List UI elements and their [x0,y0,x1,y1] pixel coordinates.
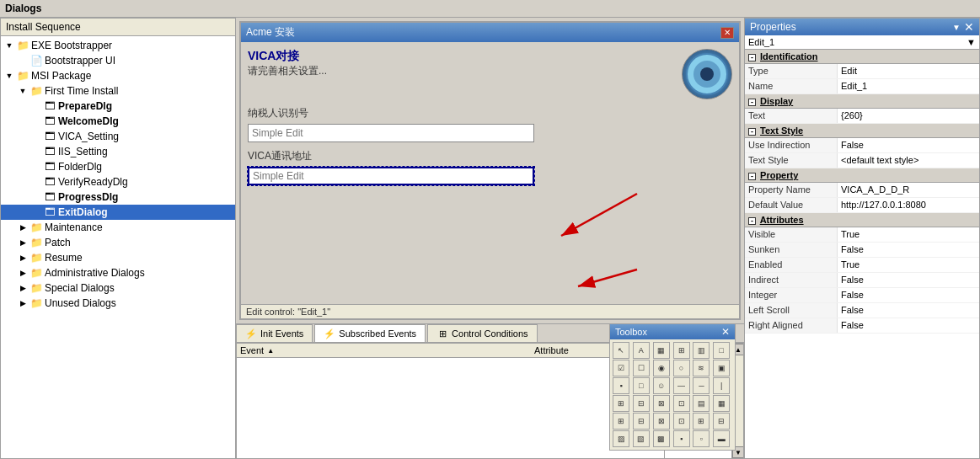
tool-grid3[interactable]: ▥ [693,342,710,359]
simple-input-2[interactable] [248,167,534,185]
section-text-style[interactable]: - Text Style [745,124,979,138]
tree-item-maintenance[interactable]: ▶ 📁 Maintenance [1,220,235,235]
tool-open-rect[interactable]: □ [633,377,650,394]
prop-value: True [838,227,979,242]
tool-small-rect2[interactable]: ▫ [693,430,710,447]
tree-label: EXE Bootstrapper [31,40,112,51]
tool-smiley[interactable]: ☺ [653,377,670,394]
properties-dropdown-value: Edit_1 [748,37,774,47]
tree-label: Administrative Dialogs [45,267,145,279]
tool-hline2[interactable]: ─ [693,377,710,394]
prop-row-text: Text {260} [745,109,979,124]
expand-icon: ▶ [18,283,28,293]
dialog-icon: 🗔 [43,115,56,128]
tree-label: ProgressDlg [58,191,118,203]
tool-image[interactable]: ▣ [713,360,730,376]
tree-item-progressdlg[interactable]: 🗔 ProgressDlg [1,189,235,205]
tree-item-exe-bootstrapper[interactable]: ▼ 📁 EXE Bootstrapper [1,38,235,53]
tool-pointer[interactable]: ↖ [613,342,629,359]
tool-checkbox[interactable]: ☐ [633,360,650,376]
tool-box1[interactable]: ⊞ [613,413,629,430]
prop-name: Indirect [745,273,838,287]
properties-title: Properties [750,21,796,33]
tool-vline[interactable]: | [713,377,730,394]
expand-icon: ▼ [4,40,14,51]
tool-box6[interactable]: ⊟ [713,413,730,430]
dialog-close-button[interactable]: ✕ [720,27,734,39]
tab-label: Control Conditions [452,328,528,339]
prop-name: Sunken [745,243,838,257]
tool-box3[interactable]: ⊠ [653,413,670,430]
tool-rect[interactable]: □ [713,342,730,359]
tab-control-conditions[interactable]: ⊞ Control Conditions [427,324,538,342]
properties-dropdown[interactable]: Edit_1 ▼ [745,35,979,50]
tree-item-iis-setting[interactable]: 🗔 IIS_Setting [1,144,235,159]
tool-grid5[interactable]: ▦ [713,395,730,412]
simple-input-1[interactable] [248,124,534,142]
expand-icon: ▶ [18,298,28,308]
tree-item-exitdialog[interactable]: 🗔 ExitDialog [1,205,235,220]
tree-item-first-time-install[interactable]: ▼ 📁 First Time Install [1,83,235,99]
subscribed-events-icon: ⚡ [324,328,335,339]
prop-name: Enabled [745,258,838,272]
folder-icon: 📁 [29,221,43,234]
tool-radio-empty[interactable]: ○ [673,360,690,376]
tree-item-resume[interactable]: ▶ 📁 Resume [1,250,235,265]
properties-close-button[interactable]: ✕ [964,21,974,33]
tool-diag-hatch[interactable]: ▧ [633,430,650,447]
tree-item-admin-dialogs[interactable]: ▶ 📁 Administrative Dialogs [1,265,235,280]
tool-grid2[interactable]: ⊞ [673,342,690,359]
tool-radio[interactable]: ◉ [653,360,670,376]
tab-subscribed-events[interactable]: ⚡ Subscribed Events [314,324,426,342]
tree-item-msi-package[interactable]: ▼ 📁 MSI Package [1,68,235,83]
prop-row-enabled: Enabled True [745,258,979,273]
tool-grid1[interactable]: ▦ [653,342,670,359]
section-identification[interactable]: - Identification [745,50,979,64]
prop-row-type: Type Edit [745,64,979,79]
tree-item-welcomedlg[interactable]: 🗔 WelcomeDlg [1,114,235,129]
dialog-icon: 🗔 [43,205,56,219]
toolbox-close-button[interactable]: ✕ [721,326,730,338]
tree-item-unused-dialogs[interactable]: ▶ 📁 Unused Dialogs [1,296,235,311]
tool-box4[interactable]: ⊡ [673,413,690,430]
tool-dot-box[interactable]: ⊡ [673,395,690,412]
section-label: Text Style [760,125,803,136]
init-events-icon: ⚡ [245,328,257,339]
tree-item-verifyreadydlg[interactable]: 🗔 VerifyReadyDlg [1,174,235,189]
toolbox-panel: Toolbox ✕ ↖ A ▦ ⊞ ▥ □ ☑ ☐ ◉ ○ ≋ ▣ ▪ □ ☺ … [609,323,736,451]
prop-value: Edit [838,64,979,78]
tool-small-rect[interactable]: ▪ [613,377,629,394]
tab-init-events[interactable]: ⚡ Init Events [236,324,313,342]
tree-item-bootstrapper-ui[interactable]: 📄 Bootstrapper UI [1,53,235,68]
tool-lines[interactable]: ≋ [693,360,710,376]
prop-value: False [838,273,979,287]
events-table-body [237,358,664,458]
expand-icon: ▼ [18,86,28,96]
tool-plus-box[interactable]: ⊞ [613,395,629,412]
tool-checkbox-checked[interactable]: ☑ [613,360,629,376]
section-attributes[interactable]: - Attributes [745,213,979,227]
tool-hline[interactable]: — [673,377,690,394]
tree-item-special-dialogs[interactable]: ▶ 📁 Special Dialogs [1,280,235,296]
events-table: Event ▲ Attribute [237,344,664,458]
folder-icon: 📁 [29,281,43,295]
tool-bar-chart[interactable]: ▨ [613,430,629,447]
dialog-icon: 🗔 [43,160,56,173]
tool-rect3[interactable]: ▬ [713,430,730,447]
tool-grid4[interactable]: ▤ [693,395,710,412]
tree-item-preparedlg[interactable]: 🗔 PrepareDlg [1,99,235,114]
prop-row-left-scroll: Left Scroll False [745,303,979,318]
tool-cross-hatch[interactable]: ▩ [653,430,670,447]
tool-box2[interactable]: ⊟ [633,413,650,430]
tool-x-box[interactable]: ⊠ [653,395,670,412]
right-panel: Properties ▼ ✕ Edit_1 ▼ - Identification… [744,18,980,459]
tool-text[interactable]: A [633,342,650,359]
tree-item-folderdlg[interactable]: 🗔 FolderDlg [1,159,235,174]
section-property[interactable]: - Property [745,168,979,183]
tool-box5[interactable]: ⊞ [693,413,710,430]
tree-item-patch[interactable]: ▶ 📁 Patch [1,235,235,250]
tree-item-vica-setting[interactable]: 🗔 VICA_Setting [1,129,235,144]
tool-minus-box[interactable]: ⊟ [633,395,650,412]
tool-small-sq[interactable]: ▪ [673,430,690,447]
section-display[interactable]: - Display [745,94,979,109]
